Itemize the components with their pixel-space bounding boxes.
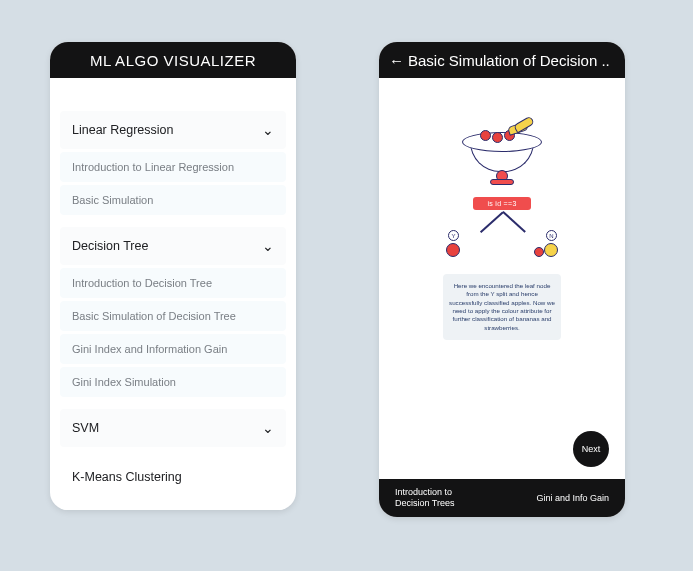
next-label: Next bbox=[582, 444, 601, 454]
edge-left-icon bbox=[480, 211, 503, 232]
spacer bbox=[60, 450, 286, 456]
apple-icon bbox=[446, 243, 460, 257]
chevron-down-icon: ⌄ bbox=[262, 238, 274, 254]
bottom-nav-next[interactable]: Gini and Info Gain bbox=[536, 493, 609, 503]
spacer bbox=[60, 498, 286, 504]
detail-title: Basic Simulation of Decision .. bbox=[408, 52, 610, 69]
bottom-nav: Introduction to Decision Trees Gini and … bbox=[379, 479, 625, 517]
edge-right-icon bbox=[502, 211, 525, 232]
leaf-no: N bbox=[540, 240, 562, 260]
section-svm[interactable]: SVM ⌄ bbox=[60, 409, 286, 447]
section-label: Linear Regression bbox=[72, 123, 173, 137]
bottom-nav-prev[interactable]: Introduction to Decision Trees bbox=[395, 487, 485, 509]
back-arrow-icon[interactable]: ← bbox=[389, 53, 404, 68]
section-logreg[interactable]: Logistic Regression bbox=[60, 507, 286, 510]
phone-list: ML ALGO VISUALIZER Linear Regression ⌄ I… bbox=[50, 42, 296, 510]
strawberry-icon bbox=[534, 247, 544, 257]
section-label: SVM bbox=[72, 421, 99, 435]
algo-list: Linear Regression ⌄ Introduction to Line… bbox=[50, 78, 296, 510]
sub-item-gini-info[interactable]: Gini Index and Information Gain bbox=[60, 334, 286, 364]
phone-detail: ← Basic Simulation of Decision .. is id … bbox=[379, 42, 625, 517]
section-decision-tree[interactable]: Decision Tree ⌄ bbox=[60, 227, 286, 265]
fruit-bowl-illustration bbox=[462, 132, 542, 187]
detail-body: is id ==3 Y N Here we encountered the le… bbox=[379, 78, 625, 479]
bowl-base-icon bbox=[490, 179, 514, 185]
section-label: Decision Tree bbox=[72, 239, 148, 253]
app-bar-detail: ← Basic Simulation of Decision .. bbox=[379, 42, 625, 78]
sub-item-gini-sim[interactable]: Gini Index Simulation bbox=[60, 367, 286, 397]
spacer bbox=[60, 218, 286, 224]
apple-icon bbox=[492, 132, 503, 143]
banana-icon bbox=[544, 243, 558, 257]
sub-item-intro-dtree[interactable]: Introduction to Decision Tree bbox=[60, 268, 286, 298]
tree-edges bbox=[447, 212, 557, 240]
section-kmeans[interactable]: K-Means Clustering bbox=[60, 459, 286, 495]
spacer bbox=[60, 86, 286, 108]
chevron-down-icon: ⌄ bbox=[262, 122, 274, 138]
sub-item-basic-sim-dtree[interactable]: Basic Simulation of Decision Tree bbox=[60, 301, 286, 331]
section-linear-regression[interactable]: Linear Regression ⌄ bbox=[60, 111, 286, 149]
yes-badge: Y bbox=[448, 230, 459, 241]
app-title: ML ALGO VISUALIZER bbox=[90, 52, 256, 69]
section-label: K-Means Clustering bbox=[72, 470, 182, 484]
leaf-yes: Y bbox=[442, 240, 464, 260]
apple-icon bbox=[480, 130, 491, 141]
node-condition-label: is id ==3 bbox=[473, 197, 530, 210]
sub-item-basic-sim-linreg[interactable]: Basic Simulation bbox=[60, 185, 286, 215]
spacer bbox=[60, 400, 286, 406]
leaf-row: Y N bbox=[442, 240, 562, 260]
app-bar: ML ALGO VISUALIZER bbox=[50, 42, 296, 78]
no-badge: N bbox=[546, 230, 557, 241]
sub-item-intro-linreg[interactable]: Introduction to Linear Regression bbox=[60, 152, 286, 182]
chevron-down-icon: ⌄ bbox=[262, 420, 274, 436]
next-button[interactable]: Next bbox=[573, 431, 609, 467]
info-box: Here we encountered the leaf node from t… bbox=[443, 274, 561, 340]
